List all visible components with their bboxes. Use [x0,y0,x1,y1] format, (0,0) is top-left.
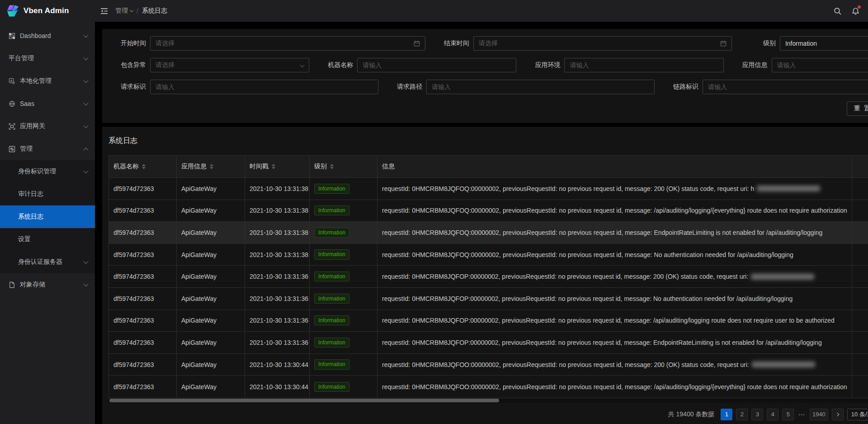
app-info-input[interactable] [772,58,868,72]
sidebar-item-label: Saas [20,100,34,107]
sidebar-item-settings[interactable]: 设置 [0,228,95,251]
sort-icon[interactable] [330,164,334,169]
sidebar-item-auth-server[interactable]: 身份认证服务器 [0,251,95,273]
app-env-input-field[interactable] [570,62,718,69]
level-badge: Information [314,184,349,194]
sidebar-item-label: 本地化管理 [20,77,52,85]
request-id-input[interactable] [150,80,378,94]
app-env-input[interactable] [564,58,723,72]
page-button-1940[interactable]: 1940 [810,409,828,420]
chevron-down-icon [83,123,88,128]
field-label: 链路标识 [662,83,703,91]
field-request-path: 请求路径 [386,80,662,94]
calendar-icon [414,40,420,47]
log-message: requestId: 0HMCRBM8JQFOP:00000002, previ… [382,317,835,324]
logo[interactable]: Vben Admin [0,0,95,22]
cell-message: requestId: 0HMCRBM8JQFOO:00000002, previ… [377,376,852,398]
sort-icon[interactable] [210,164,213,169]
field-label: 应用信息 [731,61,772,69]
page-button-2[interactable]: 2 [736,409,748,420]
cell-app-info: ApiGateWay [177,288,245,310]
field-has-exception: 包含异常 请选择 [109,58,316,72]
cell-level: Information [310,310,377,332]
redacted-text [751,274,814,280]
cell-level: Information [310,200,377,222]
request-path-input-field[interactable] [432,83,649,91]
sort-icon[interactable] [272,164,275,169]
level-badge: Information [314,315,349,325]
menu-fold-icon[interactable] [100,7,108,15]
svg-text:A: A [10,78,13,82]
dashboard-icon [9,32,16,39]
page-button-4[interactable]: 4 [767,409,778,420]
level-select[interactable]: Information [780,36,868,51]
column-header-level[interactable]: 级别 [310,156,377,177]
field-label: 请求标识 [109,83,150,91]
sidebar-item-system-log[interactable]: 系统日志 [0,205,95,228]
fullscreen-icon[interactable] [865,0,868,22]
notification-bell-icon[interactable] [847,0,865,22]
page-ellipsis: ••• [797,412,806,417]
sidebar-menu: Dashboard平台管理A本地化管理Saas应用网关管理身份标识管理审计日志系… [0,24,95,296]
field-start-time: 开始时间 请选择 [109,36,433,51]
sidebar-item-label: 系统日志 [18,213,43,221]
trace-id-input-field[interactable] [708,83,868,91]
cell-machine-name: df5974d72363 [109,288,177,310]
cell-actions: 查看日志 [852,376,868,398]
main-area: 管理 / 系统日志 [95,0,868,424]
sidebar-item-admin[interactable]: 管理 [0,138,95,160]
sidebar-item-label: 管理 [20,145,33,153]
search-icon[interactable] [829,0,847,22]
cell-level: Information [310,178,377,200]
has-exception-select[interactable]: 请选择 [150,58,309,72]
cell-machine-name: df5974d72363 [109,332,177,353]
sidebar-item-gateway[interactable]: 应用网关 [0,115,95,138]
end-time-datepicker[interactable]: 请选择 [473,36,732,51]
next-page-button[interactable] [832,409,844,420]
column-header-timestamp[interactable]: 时间戳 [245,156,310,177]
sidebar-item-label: 对象存储 [20,281,45,289]
cell-message: requestId: 0HMCRBM8JQFOP:00000002, previ… [377,288,852,310]
machine-name-input-field[interactable] [363,62,511,69]
horizontal-scrollbar [108,398,868,403]
cell-timestamp: 2021-10-30 13:31:36 [245,288,310,310]
cell-message: requestId: 0HMCRBM8JQFOQ:00000002, previ… [377,222,852,243]
field-label: 应用环境 [524,61,564,69]
page-size-select[interactable]: 10 条/页 [847,409,868,420]
sidebar-item-identity[interactable]: 身份标识管理 [0,160,95,183]
sidebar-item-audit-log[interactable]: 审计日志 [0,183,95,205]
breadcrumb-parent[interactable]: 管理 [115,7,133,15]
trace-id-input[interactable] [703,80,868,94]
manage-icon [9,145,16,152]
machine-name-input[interactable] [357,58,516,72]
cell-message: requestId: 0HMCRBM8JQFOP:00000002, previ… [377,266,852,287]
cell-level: Information [310,244,377,266]
column-header-app[interactable]: 应用信息 [177,156,245,177]
page-button-1[interactable]: 1 [721,409,732,420]
cell-app-info: ApiGateWay [177,376,245,398]
sort-icon[interactable] [142,164,146,169]
level-badge: Information [314,228,349,238]
sidebar-item-label: 审计日志 [18,190,43,198]
column-header-machine[interactable]: 机器名称 [109,156,177,177]
app-layout: Vben Admin Dashboard平台管理A本地化管理Saas应用网关管理… [0,0,868,424]
page-button-3[interactable]: 3 [751,409,763,420]
chevron-up-icon [83,148,88,152]
cell-timestamp: 2021-10-30 13:31:38 [245,200,310,222]
sidebar-item-localization[interactable]: A本地化管理 [0,70,95,92]
cell-machine-name: df5974d72363 [109,222,177,243]
pagination-pages: 12345•••1940 [721,409,828,420]
cell-timestamp: 2021-10-30 13:31:38 [245,178,310,200]
sidebar-item-saas[interactable]: Saas [0,92,95,115]
sidebar-item-dashboard[interactable]: Dashboard [0,24,95,47]
request-id-input-field[interactable] [156,83,373,91]
page-button-5[interactable]: 5 [782,409,794,420]
sidebar-item-object-storage[interactable]: 对象存储 [0,273,95,296]
reset-button[interactable]: 重 置 [847,101,868,116]
sidebar-item-platform[interactable]: 平台管理 [0,47,95,70]
request-path-input[interactable] [426,80,655,94]
start-time-datepicker[interactable]: 请选择 [150,36,425,51]
horizontal-scrollbar-thumb[interactable] [109,399,499,402]
app-info-input-field[interactable] [777,62,868,69]
table-row: df5974d72363ApiGateWay2021-10-30 13:30:4… [109,376,868,398]
